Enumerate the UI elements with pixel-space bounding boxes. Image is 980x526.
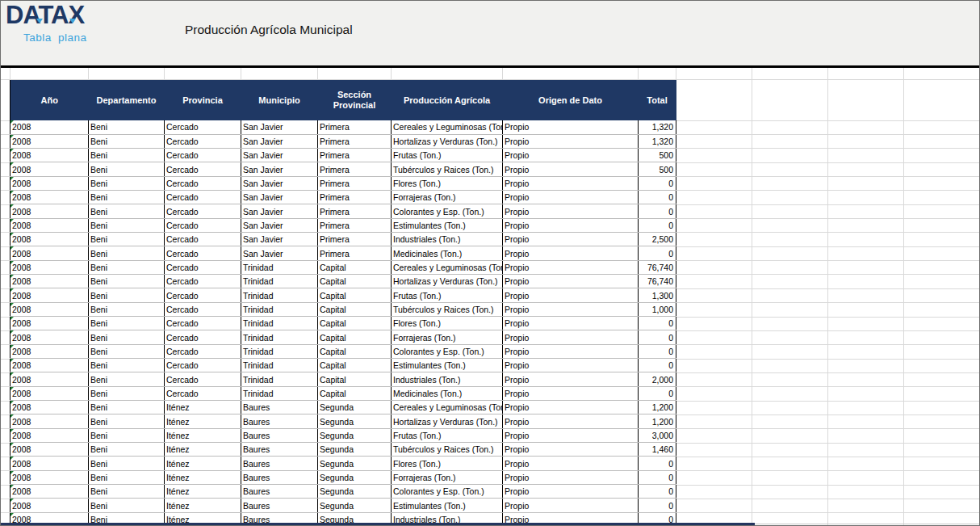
cell-provincia[interactable]: Cercado bbox=[165, 218, 241, 232]
cell-total[interactable]: 2,500 bbox=[639, 233, 676, 246]
cell-seccion-provincial[interactable]: Primera bbox=[318, 120, 392, 134]
cell-departamento[interactable]: Beni bbox=[89, 428, 165, 442]
column-header-seccion-provincial[interactable]: Sección Provincial bbox=[318, 80, 392, 120]
cell-departamento[interactable]: Beni bbox=[89, 414, 165, 428]
cell-departamento[interactable]: Beni bbox=[89, 275, 165, 288]
cell-seccion-provincial[interactable]: Segunda bbox=[318, 401, 392, 414]
cell-seccion-provincial[interactable]: Segunda bbox=[318, 470, 392, 484]
cell-municipio[interactable]: Trinidad bbox=[241, 275, 318, 288]
cell-municipio[interactable]: Trinidad bbox=[241, 359, 318, 372]
cell-provincia[interactable]: Cercado bbox=[165, 134, 241, 148]
cell-anio[interactable]: 2008 bbox=[10, 176, 89, 190]
cell-total[interactable]: 0 bbox=[639, 457, 676, 470]
cell-departamento[interactable]: Beni bbox=[89, 149, 165, 162]
cell-produccion-agricola[interactable]: Flores (Ton.) bbox=[392, 176, 503, 190]
cell-seccion-provincial[interactable]: Capital bbox=[318, 275, 392, 288]
cell-municipio[interactable]: Trinidad bbox=[241, 330, 318, 344]
cell-anio[interactable]: 2008 bbox=[10, 372, 89, 386]
cell-provincia[interactable]: Iténez bbox=[165, 499, 241, 512]
cell-origen-de-dato[interactable]: Propio bbox=[503, 428, 639, 442]
cell-seccion-provincial[interactable]: Primera bbox=[318, 233, 392, 246]
cell-municipio[interactable]: Baures bbox=[241, 457, 318, 470]
cell-origen-de-dato[interactable]: Propio bbox=[503, 414, 639, 428]
column-header-produccion-agricola[interactable]: Producción Agrícola bbox=[392, 80, 503, 120]
cell-municipio[interactable]: Trinidad bbox=[241, 288, 318, 302]
cell-seccion-provincial[interactable]: Segunda bbox=[318, 428, 392, 442]
cell-origen-de-dato[interactable]: Propio bbox=[503, 344, 639, 358]
cell-origen-de-dato[interactable]: Propio bbox=[503, 246, 639, 260]
cell-municipio[interactable]: San Javier bbox=[241, 149, 318, 162]
cell-total[interactable]: 76,740 bbox=[639, 275, 676, 288]
cell-produccion-agricola[interactable]: Cereales y Leguminosas (Ton.) bbox=[392, 260, 503, 274]
cell-seccion-provincial[interactable]: Primera bbox=[318, 176, 392, 190]
cell-origen-de-dato[interactable]: Propio bbox=[503, 176, 639, 190]
cell-origen-de-dato[interactable]: Propio bbox=[503, 401, 639, 414]
cell-departamento[interactable]: Beni bbox=[89, 372, 165, 386]
cell-anio[interactable]: 2008 bbox=[10, 134, 89, 148]
cell-provincia[interactable]: Cercado bbox=[165, 288, 241, 302]
cell-origen-de-dato[interactable]: Propio bbox=[503, 443, 639, 457]
cell-provincia[interactable]: Cercado bbox=[165, 260, 241, 274]
cell-total[interactable]: 1,460 bbox=[639, 443, 676, 457]
cell-origen-de-dato[interactable]: Propio bbox=[503, 470, 639, 484]
cell-provincia[interactable]: Cercado bbox=[165, 120, 241, 134]
column-header-anio[interactable]: Año bbox=[10, 80, 89, 120]
cell-municipio[interactable]: San Javier bbox=[241, 233, 318, 246]
cell-provincia[interactable]: Cercado bbox=[165, 176, 241, 190]
cell-seccion-provincial[interactable]: Segunda bbox=[318, 457, 392, 470]
cell-municipio[interactable]: San Javier bbox=[241, 176, 318, 190]
cell-total[interactable]: 1,320 bbox=[639, 134, 676, 148]
cell-anio[interactable]: 2008 bbox=[10, 386, 89, 400]
cell-total[interactable]: 2,000 bbox=[639, 372, 676, 386]
cell-origen-de-dato[interactable]: Propio bbox=[503, 134, 639, 148]
cell-produccion-agricola[interactable]: Cereales y Leguminosas (Ton.) bbox=[392, 401, 503, 414]
cell-origen-de-dato[interactable]: Propio bbox=[503, 218, 639, 232]
cell-total[interactable]: 0 bbox=[639, 330, 676, 344]
cell-municipio[interactable]: Baures bbox=[241, 443, 318, 457]
cell-total[interactable]: 3,000 bbox=[639, 428, 676, 442]
cell-total[interactable]: 0 bbox=[639, 470, 676, 484]
cell-produccion-agricola[interactable]: Hortalizas y Verduras (Ton.) bbox=[392, 275, 503, 288]
cell-anio[interactable]: 2008 bbox=[10, 470, 89, 484]
cell-provincia[interactable]: Cercado bbox=[165, 317, 241, 330]
cell-departamento[interactable]: Beni bbox=[89, 204, 165, 218]
cell-total[interactable]: 0 bbox=[639, 191, 676, 204]
cell-departamento[interactable]: Beni bbox=[89, 246, 165, 260]
cell-seccion-provincial[interactable]: Primera bbox=[318, 191, 392, 204]
cell-anio[interactable]: 2008 bbox=[10, 401, 89, 414]
cell-municipio[interactable]: San Javier bbox=[241, 191, 318, 204]
cell-produccion-agricola[interactable]: Colorantes y Esp. (Ton.) bbox=[392, 204, 503, 218]
cell-anio[interactable]: 2008 bbox=[10, 191, 89, 204]
cell-seccion-provincial[interactable]: Segunda bbox=[318, 499, 392, 512]
cell-produccion-agricola[interactable]: Tubérculos y Raices (Ton.) bbox=[392, 162, 503, 176]
cell-municipio[interactable]: Baures bbox=[241, 470, 318, 484]
cell-seccion-provincial[interactable]: Primera bbox=[318, 162, 392, 176]
cell-seccion-provincial[interactable]: Primera bbox=[318, 149, 392, 162]
cell-origen-de-dato[interactable]: Propio bbox=[503, 191, 639, 204]
cell-produccion-agricola[interactable]: Frutas (Ton.) bbox=[392, 428, 503, 442]
cell-departamento[interactable]: Beni bbox=[89, 218, 165, 232]
cell-produccion-agricola[interactable]: Estimulantes (Ton.) bbox=[392, 499, 503, 512]
cell-departamento[interactable]: Beni bbox=[89, 386, 165, 400]
cell-produccion-agricola[interactable]: Hortalizas y Verduras (Ton.) bbox=[392, 414, 503, 428]
cell-municipio[interactable]: Trinidad bbox=[241, 260, 318, 274]
cell-origen-de-dato[interactable]: Propio bbox=[503, 260, 639, 274]
cell-produccion-agricola[interactable]: Flores (Ton.) bbox=[392, 457, 503, 470]
cell-municipio[interactable]: Trinidad bbox=[241, 317, 318, 330]
cell-total[interactable]: 0 bbox=[639, 359, 676, 372]
cell-anio[interactable]: 2008 bbox=[10, 359, 89, 372]
cell-seccion-provincial[interactable]: Capital bbox=[318, 330, 392, 344]
cell-seccion-provincial[interactable]: Capital bbox=[318, 372, 392, 386]
cell-provincia[interactable]: Iténez bbox=[165, 457, 241, 470]
cell-municipio[interactable]: Baures bbox=[241, 428, 318, 442]
cell-municipio[interactable]: Trinidad bbox=[241, 344, 318, 358]
cell-provincia[interactable]: Cercado bbox=[165, 191, 241, 204]
cell-total[interactable]: 1,300 bbox=[639, 288, 676, 302]
cell-produccion-agricola[interactable]: Cereales y Leguminosas (Ton.) bbox=[392, 120, 503, 134]
cell-municipio[interactable]: Trinidad bbox=[241, 302, 318, 316]
cell-origen-de-dato[interactable]: Propio bbox=[503, 330, 639, 344]
cell-departamento[interactable]: Beni bbox=[89, 162, 165, 176]
cell-produccion-agricola[interactable]: Colorantes y Esp. (Ton.) bbox=[392, 485, 503, 499]
cell-anio[interactable]: 2008 bbox=[10, 457, 89, 470]
cell-anio[interactable]: 2008 bbox=[10, 149, 89, 162]
